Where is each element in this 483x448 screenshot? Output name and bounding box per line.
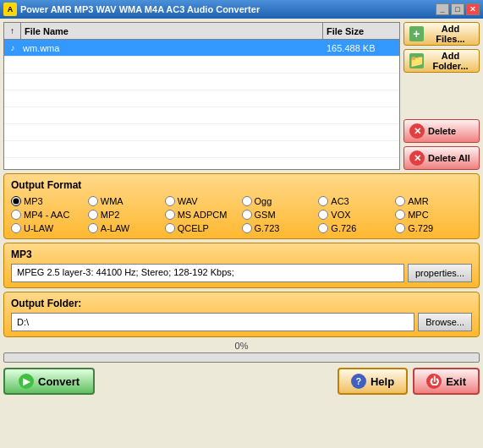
maximize-button[interactable]: □ bbox=[451, 3, 464, 15]
format-mp4aac-label: MP4 - AAC bbox=[24, 210, 69, 220]
format-mp2[interactable]: MP2 bbox=[88, 210, 165, 220]
top-section: ↑ File Name File Size ♪ wm.wma 165.488 K… bbox=[3, 22, 480, 170]
format-g729-label: G.729 bbox=[408, 223, 433, 233]
format-gsm-label: GSM bbox=[255, 210, 276, 220]
format-qcelp-radio[interactable] bbox=[165, 223, 175, 233]
format-mp4aac-radio[interactable] bbox=[11, 210, 21, 220]
format-g723[interactable]: G.723 bbox=[242, 223, 319, 233]
format-vox[interactable]: VOX bbox=[318, 210, 395, 220]
title-bar: A Power AMR MP3 WAV WMA M4A AC3 Audio Co… bbox=[0, 0, 483, 19]
format-amr[interactable]: AMR bbox=[395, 196, 472, 206]
format-ulaw-radio[interactable] bbox=[11, 223, 21, 233]
folder-path-input[interactable] bbox=[11, 313, 414, 331]
help-label: Help bbox=[370, 375, 394, 388]
format-qcelp[interactable]: QCELP bbox=[165, 223, 242, 233]
format-mp3-radio[interactable] bbox=[11, 196, 21, 206]
app-icon: A bbox=[3, 3, 17, 16]
format-mp3-label: MP3 bbox=[24, 196, 43, 206]
bottom-right-buttons: ? Help ⏻ Exit bbox=[338, 368, 480, 395]
table-row[interactable] bbox=[4, 74, 399, 90]
delete-button[interactable]: ✕ Delete bbox=[403, 119, 480, 143]
format-g723-label: G.723 bbox=[255, 223, 280, 233]
format-mp2-radio[interactable] bbox=[88, 210, 98, 220]
format-qcelp-label: QCELP bbox=[178, 223, 209, 233]
exit-icon: ⏻ bbox=[426, 374, 442, 389]
format-alaw[interactable]: A-LAW bbox=[88, 223, 165, 233]
delete-all-button[interactable]: ✕ Delete All bbox=[403, 146, 480, 170]
file-icon: ♪ bbox=[4, 43, 21, 52]
output-format-section: Output Format MP3 WMA WAV Ogg AC3 AMR bbox=[3, 173, 480, 239]
format-g726-radio[interactable] bbox=[318, 223, 328, 233]
progress-section: 0% bbox=[3, 341, 480, 363]
sort-column[interactable]: ↑ bbox=[4, 23, 21, 39]
format-gsm-radio[interactable] bbox=[242, 210, 252, 220]
delete-all-label: Delete All bbox=[428, 153, 470, 163]
table-row[interactable]: ♪ wm.wma 165.488 KB bbox=[4, 40, 399, 57]
format-mpc-radio[interactable] bbox=[395, 210, 405, 220]
file-list-container: ↑ File Name File Size ♪ wm.wma 165.488 K… bbox=[3, 22, 400, 170]
format-ac3-label: AC3 bbox=[331, 196, 349, 206]
table-row[interactable] bbox=[4, 57, 399, 74]
filename-column-header: File Name bbox=[21, 23, 323, 39]
table-row[interactable] bbox=[4, 158, 399, 170]
format-gsm[interactable]: GSM bbox=[242, 210, 319, 220]
table-row[interactable] bbox=[4, 107, 399, 124]
format-g723-radio[interactable] bbox=[242, 223, 252, 233]
format-amr-radio[interactable] bbox=[395, 196, 405, 206]
format-ogg[interactable]: Ogg bbox=[242, 196, 319, 206]
format-g726[interactable]: G.726 bbox=[318, 223, 395, 233]
table-row[interactable] bbox=[4, 141, 399, 158]
close-button[interactable]: ✕ bbox=[466, 3, 480, 15]
file-name-cell: wm.wma bbox=[21, 43, 323, 53]
add-folder-button[interactable]: 📁 Add Folder... bbox=[403, 49, 480, 73]
convert-label: Convert bbox=[38, 375, 80, 388]
output-folder-section: Output Folder: Browse... bbox=[3, 292, 480, 337]
help-icon: ? bbox=[351, 374, 366, 389]
help-button[interactable]: ? Help bbox=[338, 368, 408, 395]
format-msadpcm[interactable]: MS ADPCM bbox=[165, 210, 242, 220]
format-wav-label: WAV bbox=[178, 196, 198, 206]
exit-button[interactable]: ⏻ Exit bbox=[413, 368, 480, 395]
format-mp3[interactable]: MP3 bbox=[11, 196, 88, 206]
table-row[interactable] bbox=[4, 90, 399, 107]
mp3-row: MPEG 2.5 layer-3: 44100 Hz; Stereo; 128-… bbox=[11, 264, 472, 282]
add-files-button[interactable]: + Add Files... bbox=[403, 22, 480, 46]
table-row[interactable] bbox=[4, 124, 399, 141]
format-g729-radio[interactable] bbox=[395, 223, 405, 233]
progress-bar-container bbox=[3, 352, 480, 363]
format-wav-radio[interactable] bbox=[165, 196, 175, 206]
format-msadpcm-radio[interactable] bbox=[165, 210, 175, 220]
browse-button[interactable]: Browse... bbox=[418, 313, 472, 331]
delete-label: Delete bbox=[428, 126, 456, 136]
convert-button[interactable]: ▶ Convert bbox=[3, 368, 95, 395]
exit-label: Exit bbox=[446, 375, 466, 388]
format-ac3[interactable]: AC3 bbox=[318, 196, 395, 206]
window-title: Power AMR MP3 WAV WMA M4A AC3 Audio Conv… bbox=[20, 4, 436, 14]
file-size-cell: 165.488 KB bbox=[323, 43, 399, 53]
add-files-label: Add Files... bbox=[427, 24, 474, 44]
format-mpc[interactable]: MPC bbox=[395, 210, 472, 220]
format-mp4aac[interactable]: MP4 - AAC bbox=[11, 210, 88, 220]
properties-button[interactable]: properties... bbox=[408, 264, 472, 282]
format-alaw-radio[interactable] bbox=[88, 223, 98, 233]
format-amr-label: AMR bbox=[408, 196, 428, 206]
format-vox-radio[interactable] bbox=[318, 210, 328, 220]
file-list-body[interactable]: ♪ wm.wma 165.488 KB bbox=[4, 40, 399, 170]
minimize-button[interactable]: _ bbox=[436, 3, 449, 15]
delete-icon: ✕ bbox=[409, 123, 425, 139]
format-g729[interactable]: G.729 bbox=[395, 223, 472, 233]
format-mp2-label: MP2 bbox=[101, 210, 120, 220]
format-wma[interactable]: WMA bbox=[88, 196, 165, 206]
output-folder-title: Output Folder: bbox=[11, 298, 472, 309]
format-ulaw[interactable]: U-LAW bbox=[11, 223, 88, 233]
format-wma-radio[interactable] bbox=[88, 196, 98, 206]
main-content: ↑ File Name File Size ♪ wm.wma 165.488 K… bbox=[0, 19, 483, 448]
format-ac3-radio[interactable] bbox=[318, 196, 328, 206]
format-ogg-radio[interactable] bbox=[242, 196, 252, 206]
format-wav[interactable]: WAV bbox=[165, 196, 242, 206]
convert-icon: ▶ bbox=[19, 374, 34, 389]
format-alaw-label: A-LAW bbox=[101, 223, 129, 233]
output-format-title: Output Format bbox=[11, 179, 472, 191]
add-folder-icon: 📁 bbox=[409, 53, 424, 68]
format-g726-label: G.726 bbox=[331, 223, 356, 233]
